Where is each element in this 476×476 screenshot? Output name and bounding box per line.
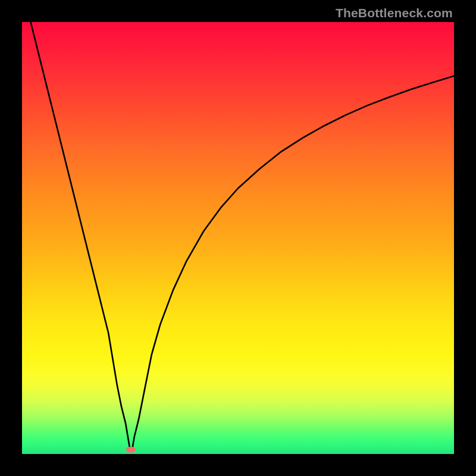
chart-container: TheBottleneck.com	[0, 0, 476, 476]
bottleneck-curve-svg	[22, 22, 454, 454]
watermark-text: TheBottleneck.com	[336, 6, 453, 20]
plot-area	[22, 22, 454, 454]
curve-minimum-marker	[126, 447, 136, 453]
bottleneck-curve-line	[22, 22, 454, 450]
